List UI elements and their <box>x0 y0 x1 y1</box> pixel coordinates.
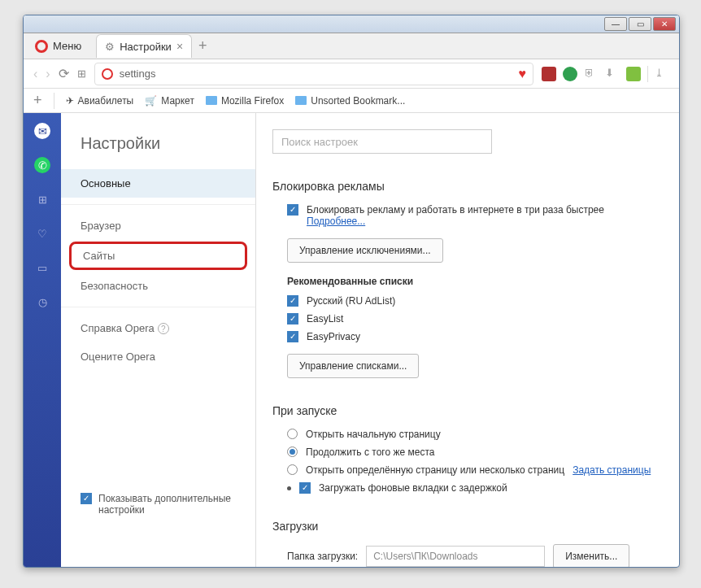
list-easyprivacy[interactable]: ✓EasyPrivacy <box>272 331 663 342</box>
back-button[interactable]: ‹ <box>33 67 37 81</box>
separator <box>647 66 648 82</box>
extension-icons: ⛨ ⬇ ⤓ <box>542 66 669 82</box>
checkbox-icon: ✓ <box>299 482 311 494</box>
whatsapp-icon[interactable]: ✆ <box>34 157 50 173</box>
toolbar: ‹ › ⟳ ⊞ settings ♥ ⛨ ⬇ ⤓ <box>24 59 679 89</box>
settings-main: Поиск настроек Блокировка рекламы ✓ Блок… <box>256 113 679 567</box>
download-icon[interactable]: ⬇ <box>605 67 620 81</box>
section-heading: Блокировка рекламы <box>272 180 663 193</box>
address-text: settings <box>120 68 512 80</box>
window-controls: — ▭ ✕ <box>604 17 676 31</box>
ext-icon-3[interactable] <box>626 67 641 81</box>
change-folder-button[interactable]: Изменить... <box>553 544 629 567</box>
folder-label: Папка загрузки: <box>287 551 358 562</box>
show-advanced-checkbox[interactable]: ✓ Показывать дополнительные настройки <box>61 493 255 516</box>
help-icon: ? <box>158 323 169 334</box>
bookmark-market[interactable]: 🛒Маркет <box>145 95 194 107</box>
address-bar[interactable]: settings ♥ <box>94 63 533 85</box>
list-easylist[interactable]: ✓EasyList <box>272 313 663 324</box>
news-rail-icon[interactable]: ▭ <box>34 259 50 276</box>
folder-icon <box>295 96 307 105</box>
manage-exceptions-button[interactable]: Управление исключениями... <box>287 238 443 263</box>
startup-home[interactable]: Открыть начальную страницу <box>272 429 663 440</box>
startup-specific[interactable]: Открыть определённую страницу или нескол… <box>272 464 663 476</box>
tab-bar: Меню ⚙ Настройки × + <box>24 33 679 59</box>
checkbox-icon: ✓ <box>81 493 92 504</box>
show-advanced-label: Показывать дополнительные настройки <box>98 493 236 516</box>
close-button[interactable]: ✕ <box>653 17 676 31</box>
settings-sidebar: Настройки Основные Браузер Сайты Безопас… <box>61 113 256 567</box>
radio-icon <box>287 464 298 475</box>
bookmarks-rail-icon[interactable]: ♡ <box>34 225 50 242</box>
block-ads-label: Блокировать рекламу и работать в интерне… <box>307 204 604 216</box>
checkbox-icon: ✓ <box>287 295 298 307</box>
folder-icon <box>206 96 217 105</box>
opera-icon <box>102 68 113 80</box>
checkbox-icon: ✓ <box>287 331 298 342</box>
nav-help[interactable]: Справка Opera? <box>61 314 255 342</box>
section-adblock: Блокировка рекламы ✓ Блокировать рекламу… <box>272 180 663 378</box>
nav-main[interactable]: Основные <box>61 169 255 198</box>
separator <box>61 204 255 205</box>
nav-rate[interactable]: Оцените Opera <box>61 342 255 371</box>
ext-icon-1[interactable] <box>542 67 556 81</box>
section-heading: При запуске <box>272 404 663 417</box>
app-window: — ▭ ✕ Меню ⚙ Настройки × + ‹ › ⟳ ⊞ setti… <box>23 15 680 568</box>
opera-logo-icon <box>35 40 48 53</box>
nav-browser[interactable]: Браузер <box>61 211 255 240</box>
separator <box>54 93 54 109</box>
bookmark-aviabilety[interactable]: ✈Авиабилеты <box>66 95 134 107</box>
forward-button[interactable]: › <box>46 67 50 81</box>
shield-icon[interactable]: ⛨ <box>584 67 599 81</box>
ext-icon-2[interactable] <box>563 67 577 81</box>
messenger-icon[interactable]: ✉ <box>34 123 50 139</box>
plane-icon: ✈ <box>66 95 74 107</box>
checkbox-icon: ✓ <box>287 204 298 216</box>
bookmark-firefox[interactable]: Mozilla Firefox <box>206 95 284 107</box>
download-folder-input[interactable]: C:\Users\ПК\Downloads <box>366 546 545 567</box>
checkbox-icon: ✓ <box>287 313 298 324</box>
bookmark-unsorted[interactable]: Unsorted Bookmark... <box>295 95 405 107</box>
section-downloads: Загрузки Папка загрузки: C:\Users\ПК\Dow… <box>272 520 663 567</box>
block-ads-option[interactable]: ✓ Блокировать рекламу и работать в интер… <box>272 204 663 227</box>
speed-dial-icon[interactable]: ⊞ <box>77 68 86 80</box>
reload-button[interactable]: ⟳ <box>59 66 69 81</box>
radio-icon <box>287 429 298 439</box>
new-tab-button[interactable]: + <box>198 37 207 54</box>
heart-icon[interactable]: ♥ <box>519 67 527 81</box>
nav-security[interactable]: Безопасность <box>61 272 255 300</box>
recommended-lists-heading: Рекомендованные списки <box>287 276 663 287</box>
nav-sites[interactable]: Сайты <box>69 242 247 270</box>
side-rail: ✉ ✆ ⊞ ♡ ▭ ◷ <box>24 113 61 567</box>
menu-label: Меню <box>53 40 81 52</box>
cart-icon: 🛒 <box>145 95 157 107</box>
bullet-icon <box>287 486 291 490</box>
history-rail-icon[interactable]: ◷ <box>34 294 50 310</box>
window-titlebar: — ▭ ✕ <box>24 15 679 33</box>
page-title: Настройки <box>61 134 255 169</box>
search-settings-input[interactable]: Поиск настроек <box>272 129 492 154</box>
manage-lists-button[interactable]: Управление списками... <box>287 354 419 378</box>
save-page-icon[interactable]: ⤓ <box>655 67 669 81</box>
minimize-button[interactable]: — <box>604 17 627 31</box>
learn-more-link[interactable]: Подробнее... <box>307 216 365 227</box>
add-bookmark-button[interactable]: + <box>33 92 42 109</box>
set-pages-link[interactable]: Задать страницы <box>573 464 651 476</box>
radio-icon <box>287 446 298 457</box>
content-area: ✉ ✆ ⊞ ♡ ▭ ◷ Настройки Основные Браузер С… <box>24 113 679 567</box>
startup-bgtabs[interactable]: ✓Загружать фоновые вкладки с задержкой <box>272 482 663 494</box>
tab-close-icon[interactable]: × <box>176 40 183 53</box>
speed-dial-rail-icon[interactable]: ⊞ <box>34 191 50 207</box>
maximize-button[interactable]: ▭ <box>629 17 651 31</box>
section-startup: При запуске Открыть начальную страницу П… <box>272 404 663 494</box>
list-ru-adlist[interactable]: ✓Русский (RU AdList) <box>272 295 663 307</box>
gear-icon: ⚙ <box>105 41 115 53</box>
bookmark-bar: + ✈Авиабилеты 🛒Маркет Mozilla Firefox Un… <box>24 89 679 113</box>
tab-title: Настройки <box>120 41 172 53</box>
tab-settings[interactable]: ⚙ Настройки × <box>96 34 192 58</box>
separator <box>61 307 255 307</box>
download-folder-row: Папка загрузки: C:\Users\ПК\Downloads Из… <box>272 544 663 567</box>
section-heading: Загрузки <box>272 520 663 533</box>
startup-continue[interactable]: Продолжить с того же места <box>272 446 663 458</box>
app-menu-button[interactable]: Меню <box>27 37 89 56</box>
